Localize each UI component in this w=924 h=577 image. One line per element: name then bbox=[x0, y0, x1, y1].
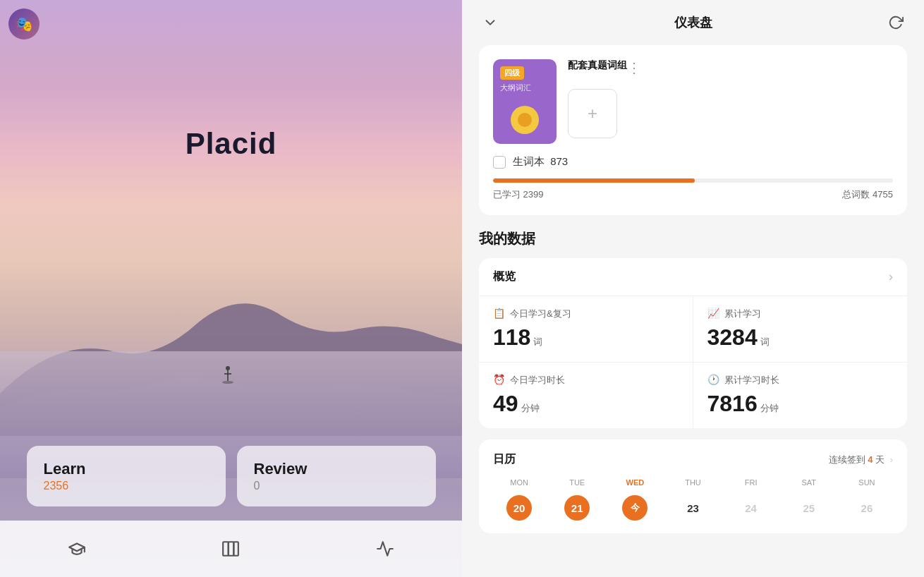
today-study-unit: 词 bbox=[533, 336, 542, 348]
cal-header-fri: FRI bbox=[725, 478, 777, 487]
cumulative-time-value: 7816 bbox=[707, 391, 758, 417]
page-title: 仪表盘 bbox=[674, 14, 712, 31]
cumulative-study-value: 3284 bbox=[707, 324, 758, 351]
progress-bar-bg bbox=[493, 178, 893, 183]
app-title: Placid bbox=[186, 127, 277, 161]
chevron-down-icon[interactable] bbox=[479, 11, 501, 34]
review-label: Review bbox=[254, 460, 419, 478]
stat-today-time: ⏰ 今日学习时长 49 分钟 bbox=[479, 363, 693, 428]
learn-count: 2356 bbox=[44, 480, 209, 492]
stat-cumulative-study: 📈 累计学习 3284 词 bbox=[693, 296, 908, 363]
right-content: 四级 大纲词汇 配套真题词组 ⋮ + bbox=[462, 45, 924, 550]
vocab-checkbox-row: 生词本 873 bbox=[493, 155, 893, 169]
right-header: 仪表盘 bbox=[462, 0, 924, 45]
overview-header[interactable]: 概览 › bbox=[479, 258, 907, 296]
today-study-value: 118 bbox=[493, 324, 530, 351]
nav-learn-icon[interactable] bbox=[66, 537, 88, 560]
streak-days: 4 bbox=[868, 454, 875, 465]
stat-header-cumulative-time: 🕐 累计学习时长 bbox=[707, 374, 894, 387]
add-group-button[interactable]: + bbox=[568, 89, 617, 138]
review-button[interactable]: Review 0 bbox=[237, 446, 436, 506]
progress-learned-label: 已学习 2399 bbox=[493, 188, 544, 201]
avatar[interactable]: 🎭 bbox=[8, 8, 39, 40]
today-time-value: 49 bbox=[493, 391, 518, 417]
today-study-label: 今日学习&复习 bbox=[510, 308, 571, 320]
right-panel: 仪表盘 四级 大纲词汇 bbox=[462, 0, 924, 577]
refresh-icon[interactable] bbox=[885, 11, 907, 34]
cumulative-time-value-row: 7816 分钟 bbox=[707, 391, 894, 417]
stats-card: 概览 › 📋 今日学习&复习 118 词 bbox=[479, 258, 907, 428]
cal-day-24: 24 bbox=[738, 495, 764, 521]
stat-today-study: 📋 今日学习&复习 118 词 bbox=[479, 296, 693, 363]
book-egg-inner bbox=[518, 113, 532, 127]
cumulative-time-unit: 分钟 bbox=[760, 402, 779, 415]
overview-title: 概览 bbox=[493, 269, 516, 284]
book-badge: 四级 bbox=[500, 66, 524, 80]
overview-chevron-icon: › bbox=[889, 269, 893, 284]
cal-day-20[interactable]: 20 bbox=[506, 495, 532, 521]
vocab-label: 生词本 873 bbox=[513, 155, 568, 169]
cal-header-mon: MON bbox=[493, 478, 545, 487]
svg-point-2 bbox=[222, 381, 233, 384]
bottom-nav bbox=[0, 521, 462, 577]
cal-day-25: 25 bbox=[796, 495, 822, 521]
add-icon: + bbox=[588, 104, 597, 123]
cal-day-21[interactable]: 21 bbox=[564, 495, 590, 521]
cumulative-study-value-row: 3284 词 bbox=[707, 324, 894, 351]
svg-rect-6 bbox=[234, 542, 239, 556]
vocab-checkbox[interactable] bbox=[493, 156, 506, 169]
cal-day-today[interactable]: 今 bbox=[622, 495, 648, 521]
cal-header-sun: SUN bbox=[841, 478, 893, 487]
book-subtitle: 大纲词汇 bbox=[500, 83, 531, 93]
streak-info: 连续签到 4 天 › bbox=[829, 454, 893, 466]
today-study-icon: 📋 bbox=[493, 308, 506, 320]
cal-header-wed: WED bbox=[609, 478, 661, 487]
my-data-title: 我的数据 bbox=[479, 229, 907, 248]
today-time-unit: 分钟 bbox=[521, 402, 540, 415]
streak-unit: 天 bbox=[875, 454, 885, 465]
svg-point-1 bbox=[226, 366, 230, 370]
today-time-label: 今日学习时长 bbox=[510, 374, 565, 387]
nav-library-icon[interactable] bbox=[219, 537, 242, 560]
calendar-card: 日历 连续签到 4 天 › MON TUE WED THU FRI SAT SU… bbox=[479, 439, 907, 533]
stat-cumulative-time: 🕐 累计学习时长 7816 分钟 bbox=[693, 363, 908, 428]
cal-day-26: 26 bbox=[854, 495, 880, 521]
cumulative-time-label: 累计学习时长 bbox=[724, 374, 779, 387]
today-time-value-row: 49 分钟 bbox=[493, 391, 679, 417]
cal-header-thu: THU bbox=[667, 478, 719, 487]
cumulative-study-label: 累计学习 bbox=[724, 308, 761, 320]
cumulative-icon: 📈 bbox=[707, 308, 720, 320]
wordbook-top-row: 四级 大纲词汇 配套真题词组 ⋮ + bbox=[493, 59, 893, 155]
cal-day-23[interactable]: 23 bbox=[680, 495, 705, 521]
book-egg bbox=[511, 106, 539, 134]
cumulative-time-icon: 🕐 bbox=[707, 374, 720, 387]
section-title-label: 配套真题词组 bbox=[568, 59, 627, 72]
stat-header-cumulative: 📈 累计学习 bbox=[707, 308, 894, 320]
stats-grid: 📋 今日学习&复习 118 词 📈 累计学习 3284 bbox=[479, 296, 907, 428]
svg-rect-5 bbox=[229, 542, 234, 556]
calendar-header: 日历 连续签到 4 天 › bbox=[493, 452, 893, 467]
calendar-grid: MON TUE WED THU FRI SAT SUN 20 21 今 23 2… bbox=[493, 478, 893, 521]
stat-header-today-time: ⏰ 今日学习时长 bbox=[493, 374, 679, 387]
review-count: 0 bbox=[254, 480, 419, 492]
learn-button[interactable]: Learn 2356 bbox=[27, 446, 226, 506]
wordbook-right: 配套真题词组 ⋮ + bbox=[568, 59, 641, 138]
learn-label: Learn bbox=[44, 460, 209, 478]
streak-label: 连续签到 bbox=[829, 454, 865, 465]
more-options-icon[interactable]: ⋮ bbox=[627, 59, 641, 76]
nav-stats-icon[interactable] bbox=[374, 537, 396, 560]
progress-section: 已学习 2399 总词数 4755 bbox=[493, 178, 893, 201]
cal-header-tue: TUE bbox=[551, 478, 603, 487]
sup-figure bbox=[217, 365, 238, 387]
svg-rect-4 bbox=[224, 542, 229, 556]
progress-bar-fill bbox=[493, 178, 695, 183]
wordbook-card: 四级 大纲词汇 配套真题词组 ⋮ + bbox=[479, 45, 907, 215]
today-time-icon: ⏰ bbox=[493, 374, 506, 387]
calendar-title: 日历 bbox=[493, 452, 516, 467]
calendar-chevron-icon: › bbox=[890, 454, 893, 465]
progress-labels: 已学习 2399 总词数 4755 bbox=[493, 188, 893, 201]
book-cover[interactable]: 四级 大纲词汇 bbox=[493, 59, 557, 144]
stat-header-today: 📋 今日学习&复习 bbox=[493, 308, 679, 320]
wordbook-top: 四级 大纲词汇 配套真题词组 ⋮ + bbox=[493, 59, 641, 144]
cal-header-sat: SAT bbox=[783, 478, 835, 487]
